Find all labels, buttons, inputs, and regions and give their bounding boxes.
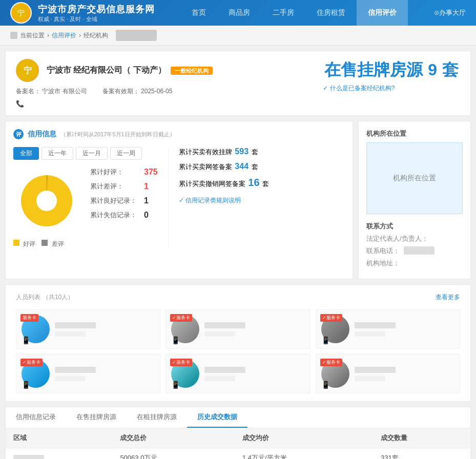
trans-count-3: 16 (248, 177, 259, 188)
svg-text:宁: 宁 (24, 66, 32, 75)
credit-content: 全部 近一年 近一月 近一周 (13, 147, 345, 248)
filter-year[interactable]: 近一年 (42, 147, 73, 160)
company-phone: 📞 (16, 100, 460, 108)
nav-credit[interactable]: 信用评价 (357, 0, 408, 26)
record-date-row: 备案有效期： 2025-06-05 (102, 87, 173, 96)
phone-value (404, 246, 434, 255)
map-contact-section: 机构所在位置 机构所在位置 联系方式 法定代表人/负责人： 联系电话： 机构地址… (358, 121, 471, 279)
contact-address: 机构地址： (366, 259, 463, 268)
nav-secondhand[interactable]: 二手房 (261, 0, 305, 26)
staff-name-blur-5 (204, 367, 245, 373)
credit-stats: 累计好评： 375 累计差评： 1 累计良好记录： 1 累计失信记录： (90, 168, 158, 225)
bad-records-value: 0 (144, 211, 149, 220)
company-section: 宁 宁波市 经纪有限公司（ 下动产） 一般经纪机构 备案名： 宁波市 有限公司 … (5, 51, 471, 116)
breadcrumb-home: 当前位置 (20, 31, 45, 40)
tab-credit-records[interactable]: 信用信息记录 (6, 407, 66, 428)
pie-legend: 好评 差评 (13, 240, 80, 248)
staff-name-blur-4 (55, 367, 96, 373)
contact-title: 联系方式 (366, 222, 463, 231)
staff-avatar-2: ✓服务卡 📱 (171, 315, 199, 343)
col-count: 成交数量 (373, 428, 470, 448)
staff-avatar-4: ✓服务卡 📱 (22, 360, 50, 388)
staff-card-3: ✓服务卡 📱 (316, 309, 460, 349)
transaction-stats: 累计买卖有效挂牌 593 套 累计买卖网签备案 344 套 累计买卖撤销网签备案… (168, 147, 271, 248)
bottom-section: 信用信息记录 在售挂牌房源 在租挂牌房源 历史成交数据 区域 成交总价 成交均价… (5, 407, 471, 459)
good-dot (13, 240, 19, 246)
map-title: 机构所在位置 (366, 129, 463, 138)
trans-row-3: 累计买卖撤销网签备案 16 套 (179, 177, 271, 189)
data-table-section: 区域 成交总价 成交均价 成交数量 50063.0万元 1.4万元/平方米 33… (6, 428, 470, 459)
company-logo: 宁 (16, 59, 39, 82)
site-title: 宁波市房产交易信息服务网 (38, 3, 155, 15)
bad-reviews-row: 累计差评： 1 (90, 182, 158, 191)
staff-card-1: 服务卡 📱 (16, 309, 160, 349)
pie-chart-container: 好评 差评 (13, 168, 80, 248)
good-reviews-value: 375 (144, 168, 158, 177)
staff-name-blur-2 (204, 322, 245, 328)
pie-chart (13, 168, 80, 234)
cell-count: 331套 (373, 448, 470, 460)
legend-good: 好评 (13, 240, 35, 248)
staff-card-5: ✓服务卡 📱 (165, 354, 310, 393)
home-icon (10, 32, 17, 39)
cell-region (6, 448, 112, 460)
staff-detail-blur-1 (55, 331, 86, 337)
tab-sale-listing[interactable]: 在售挂牌房源 (66, 407, 127, 428)
svg-text:宁: 宁 (17, 9, 25, 17)
filter-month[interactable]: 近一月 (76, 147, 108, 160)
credit-filters: 全部 近一年 近一月 近一周 (13, 147, 158, 160)
credit-title-icon: 评 (13, 129, 24, 139)
credit-left: 全部 近一年 近一月 近一周 (13, 147, 158, 248)
staff-info-5 (204, 367, 304, 381)
col-avg-price: 成交均价 (235, 428, 373, 448)
trans-row-1: 累计买卖有效挂牌 593 套 (179, 147, 271, 157)
office-link[interactable]: ⊙办事大厅 (434, 8, 466, 17)
staff-section: 人员列表 （共10人） 查看更多 服务卡 📱 ✓服务卡 📱 (5, 284, 471, 402)
nav-commercial[interactable]: 商品房 (217, 0, 261, 26)
credit-info-link[interactable]: ✓ 信用记录类规则说明 (179, 196, 271, 205)
staff-info-1 (55, 322, 155, 337)
col-total-price: 成交总价 (112, 428, 235, 448)
cell-avg-price: 1.4万元/平方米 (235, 448, 373, 460)
staff-name-blur-6 (355, 367, 396, 373)
credit-map-row: 评 信用信息 （累计时间从2017年5月1日开始到昨日截止） 全部 近一年 近一… (5, 121, 471, 279)
good-reviews-row: 累计好评： 375 (90, 168, 158, 177)
staff-info-4 (55, 367, 155, 381)
tab-history-data[interactable]: 历史成交数据 (187, 407, 247, 428)
staff-phone-icon-4: 📱 (22, 381, 30, 389)
staff-phone-icon-2: 📱 (171, 336, 180, 344)
staff-avatar-1: 服务卡 📱 (22, 315, 50, 343)
breadcrumb-path2: 经纪机构 (84, 31, 108, 40)
site-logo: 宁 (10, 2, 32, 24)
col-region: 区域 (6, 428, 112, 448)
region-blur (13, 455, 44, 459)
tab-rental-listing[interactable]: 在租挂牌房源 (127, 407, 187, 428)
staff-card-2: ✓服务卡 📱 (165, 309, 310, 349)
staff-name-blur-1 (55, 322, 96, 328)
good-records-value: 1 (144, 196, 149, 205)
staff-phone-icon-3: 📱 (321, 336, 330, 344)
staff-avatar-3: ✓服务卡 📱 (321, 315, 349, 343)
record-name-row: 备案名： 宁波市 有限公司 (16, 87, 87, 96)
staff-detail-blur-4 (55, 376, 86, 381)
staff-info-6 (355, 367, 454, 381)
staff-badge-5: ✓服务卡 (170, 359, 192, 366)
staff-detail-blur-5 (204, 376, 235, 381)
trans-count-2: 344 (235, 162, 249, 171)
site-tagline: 权威 · 真实 · 及时 · 全域 (38, 15, 150, 23)
credit-chart-stats: 好评 差评 累计好评： 375 (13, 168, 158, 248)
see-more-link[interactable]: 查看更多 (436, 293, 460, 302)
breadcrumb-tag (116, 30, 157, 41)
breadcrumb-path1[interactable]: 信用评价 (52, 31, 76, 40)
filter-all[interactable]: 全部 (13, 147, 39, 160)
staff-info-3 (355, 322, 454, 337)
contact-legal-rep: 法定代表人/负责人： (366, 234, 463, 243)
house-count-display: 在售挂牌房源 9 套 (323, 59, 460, 81)
staff-header: 人员列表 （共10人） 查看更多 (16, 293, 460, 302)
nav-home[interactable]: 首页 (180, 0, 217, 26)
certified-link[interactable]: ✓ 什么是已备案经纪机构? (323, 84, 460, 93)
filter-week[interactable]: 近一周 (110, 147, 142, 160)
bottom-tabs: 信用信息记录 在售挂牌房源 在租挂牌房源 历史成交数据 (6, 407, 470, 428)
nav-rental[interactable]: 住房租赁 (305, 0, 357, 26)
main-nav: 首页 商品房 二手房 住房租赁 信用评价 (180, 0, 408, 26)
